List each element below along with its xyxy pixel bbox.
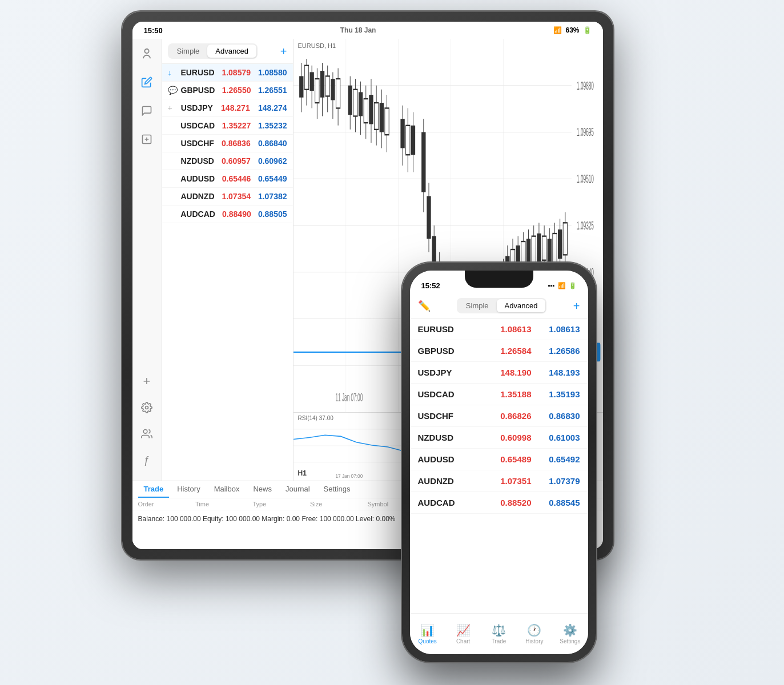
nav-item-trade[interactable]: ⚖️ Trade (481, 623, 516, 644)
p-bid-audusd: 0.65489 (483, 454, 532, 464)
phone-edit-icon[interactable]: ✏️ (418, 300, 431, 312)
tab-simple[interactable]: Simple (169, 45, 208, 58)
sidebar-chat-icon[interactable] (138, 102, 156, 120)
bid-nzdusd: 0.60957 (214, 156, 251, 166)
nav-item-quotes[interactable]: 📊 Quotes (410, 623, 445, 644)
svg-rect-104 (563, 223, 567, 255)
svg-rect-34 (348, 86, 352, 115)
phone-quote-row-usdchf[interactable]: USDCHF 0.86826 0.86830 (410, 405, 588, 427)
symbol-audnzd: AUDNZD (180, 192, 214, 201)
phone-quotes-list: EURUSD 1.08613 1.08613 GBPUSD 1.26584 1.… (410, 319, 588, 613)
nav-item-chart[interactable]: 📈 Chart (445, 623, 481, 644)
tablet-quote-row-audnzd[interactable]: AUDNZD 1.07354 1.07382 (162, 188, 293, 206)
symbol-usdchf: USDCHF (181, 139, 214, 148)
sidebar-add-icon[interactable] (138, 130, 156, 148)
bid-gbpusd: 1.26550 (215, 86, 251, 95)
nav-icon-history: 🕐 (527, 623, 541, 637)
nav-label-quotes: Quotes (419, 638, 437, 644)
svg-rect-42 (369, 95, 373, 124)
symbol-usdcad: USDCAD (180, 121, 215, 130)
svg-rect-40 (364, 99, 368, 123)
svg-text:11 Jan 07:00: 11 Jan 07:00 (335, 391, 363, 404)
symbol-gbpusd: GBPUSD (181, 86, 215, 95)
phone-wifi-icon: 📶 (558, 282, 566, 289)
tablet-quote-row-gbpusd[interactable]: 💬 GBPUSD 1.26550 1.26551 (162, 82, 293, 99)
p-symbol-usdjpy: USDJPY (418, 368, 483, 377)
svg-rect-94 (537, 233, 541, 263)
bid-audcad: 0.88490 (215, 209, 251, 219)
svg-rect-28 (325, 76, 329, 96)
svg-rect-52 (405, 126, 409, 155)
tablet-quote-row-usdjpy[interactable]: + USDJPY 148.271 148.274 (162, 99, 293, 117)
ask-eurusd: 1.08580 (251, 68, 287, 77)
quotes-tab-group: Simple Advanced (168, 43, 258, 59)
phone-quote-row-audcad[interactable]: AUDCAD 0.88520 0.88545 (410, 492, 588, 514)
phone-quote-row-gbpusd[interactable]: GBPUSD 1.26584 1.26586 (410, 340, 588, 362)
sidebar-profile-icon[interactable] (138, 45, 156, 63)
bottom-tab-trade[interactable]: Trade (138, 481, 170, 498)
tablet-quote-row-eurusd[interactable]: ↓ EURUSD 1.08579 1.08580 (162, 64, 293, 82)
tablet-sidebar: + ƒ (132, 39, 162, 481)
p-ask-usdcad: 1.35193 (532, 389, 580, 399)
svg-rect-102 (557, 229, 561, 259)
phone-add-button[interactable]: + (573, 300, 580, 312)
tablet-quote-row-usdchf[interactable]: USDCHF 0.86836 0.86840 (162, 135, 293, 152)
p-symbol-nzdusd: NZDUSD (418, 433, 483, 442)
phone-tab-advanced[interactable]: Advanced (497, 299, 546, 312)
bottom-tab-news[interactable]: News (247, 481, 278, 498)
bottom-tab-settings[interactable]: Settings (318, 481, 356, 498)
nav-item-history[interactable]: 🕐 History (517, 623, 552, 644)
quote-icon-gbpusd: 💬 (168, 86, 178, 95)
symbol-audusd: AUDUSD (180, 174, 215, 183)
nav-label-trade: Trade (492, 638, 506, 644)
phone-quote-row-nzdusd[interactable]: NZDUSD 0.60998 0.61003 (410, 427, 588, 449)
chart-timeframe-label[interactable]: H1 (298, 469, 307, 477)
sidebar-edit-icon[interactable] (138, 73, 156, 91)
tablet-quote-row-audcad[interactable]: AUDCAD 0.88490 0.88505 (162, 206, 293, 223)
tablet-quote-row-nzdusd[interactable]: NZDUSD 0.60957 0.60962 (162, 152, 293, 170)
phone-quote-row-usdjpy[interactable]: USDJPY 148.190 148.193 (410, 362, 588, 384)
phone-quote-row-usdcad[interactable]: USDCAD 1.35188 1.35193 (410, 384, 588, 405)
svg-text:17 Jan 07:00: 17 Jan 07:00 (335, 473, 363, 479)
p-symbol-usdcad: USDCAD (418, 389, 483, 399)
bottom-tab-journal[interactable]: Journal (280, 481, 316, 498)
column-type: Type (253, 501, 311, 507)
sidebar-users-icon[interactable] (138, 425, 156, 443)
svg-point-4 (146, 406, 148, 409)
nav-icon-settings: ⚙️ (563, 623, 577, 637)
symbol-eurusd: EURUSD (180, 68, 214, 77)
phone-quote-row-audusd[interactable]: AUDUSD 0.65489 0.65492 (410, 449, 588, 470)
nav-item-settings[interactable]: ⚙️ Settings (552, 623, 588, 644)
p-bid-audnzd: 1.07351 (483, 476, 532, 486)
battery-icon: 🔋 (583, 26, 592, 34)
phone-signal-icon: ▪▪▪ (548, 282, 555, 289)
svg-rect-56 (421, 132, 425, 192)
svg-point-5 (143, 430, 147, 434)
svg-rect-18 (299, 76, 303, 97)
sidebar-script-icon[interactable]: ƒ (138, 451, 156, 469)
nav-icon-chart: 📈 (456, 623, 471, 637)
bid-usdchf: 0.86836 (214, 139, 251, 148)
add-quote-button[interactable]: + (280, 46, 287, 57)
bottom-tab-history[interactable]: History (171, 481, 206, 498)
nav-icon-quotes: 📊 (420, 623, 435, 637)
tab-advanced[interactable]: Advanced (207, 45, 256, 58)
tablet-quote-row-audusd[interactable]: AUDUSD 0.65446 0.65449 (162, 170, 293, 188)
tablet-status-bar: 15:50 Thu 18 Jan 📶 63% 🔋 (132, 22, 603, 39)
phone-quote-row-eurusd[interactable]: EURUSD 1.08613 1.08613 (410, 319, 588, 340)
ask-gbpusd: 1.26551 (251, 86, 287, 95)
symbol-audcad: AUDCAD (180, 209, 215, 219)
phone-tab-simple[interactable]: Simple (458, 299, 497, 312)
svg-rect-58 (427, 196, 431, 239)
phone-frame: 15:52 ▪▪▪ 📶 🔋 ✏️ Simple Advanced + EURUS… (402, 263, 596, 662)
bottom-tab-mailbox[interactable]: Mailbox (208, 481, 246, 498)
column-size: Size (310, 501, 368, 507)
sidebar-settings-icon[interactable] (138, 398, 156, 417)
p-symbol-audcad: AUDCAD (418, 498, 483, 507)
svg-rect-24 (315, 79, 319, 103)
svg-rect-98 (547, 239, 551, 265)
bid-audnzd: 1.07354 (215, 192, 251, 201)
phone-quote-row-audnzd[interactable]: AUDNZD 1.07351 1.07379 (410, 470, 588, 492)
sidebar-plus-icon[interactable]: + (138, 372, 156, 390)
tablet-quote-row-usdcad[interactable]: USDCAD 1.35227 1.35232 (162, 117, 293, 135)
